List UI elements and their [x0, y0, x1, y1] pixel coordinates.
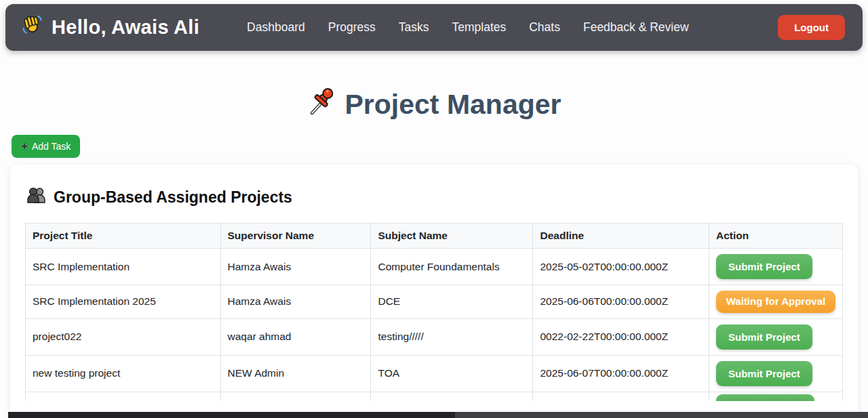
submit-project-button[interactable]: Submit Project [716, 254, 812, 279]
nav-item-templates[interactable]: Templates [452, 20, 506, 35]
cell-project-title: SRC Implementation [26, 249, 221, 285]
table-row-partial [26, 392, 843, 401]
column-header-deadline: Deadline [533, 224, 709, 249]
cell-action: Submit Project [709, 355, 842, 392]
projects-table-partial [26, 392, 843, 401]
horizontal-scrollbar-thumb[interactable] [8, 412, 455, 418]
navbar: Hello, Awais Ali Dashboard Progress Task… [5, 4, 863, 51]
cell-deadline: 2025-05-02T00:00:00.000Z [533, 249, 709, 285]
page-title: Project Manager [0, 86, 868, 123]
horizontal-scrollbar[interactable] [8, 412, 868, 418]
table-row: new testing projectNEW AdminTOA2025-06-0… [26, 355, 843, 392]
cell-supervisor-name: NEW Admin [220, 355, 371, 392]
projects-table: Project Title Supervisor Name Subject Na… [25, 223, 843, 401]
nav-item-tasks[interactable]: Tasks [399, 20, 429, 35]
cell-supervisor-name: Hamza Awais [220, 285, 371, 319]
submit-project-button[interactable]: Submit Project [716, 361, 812, 386]
table-row: project022waqar ahmadtesting/////0022-02… [26, 318, 843, 355]
column-header-action: Action [709, 224, 842, 249]
cell-subject-name: Computer Foundamentals [371, 249, 533, 285]
cell-action: Submit Project [709, 249, 842, 285]
cell-project-title: project022 [26, 318, 221, 355]
cell-supervisor-name: Hamza Awais [220, 249, 371, 285]
column-header-subject-name: Subject Name [371, 224, 533, 249]
cell-subject-name: TOA [371, 355, 533, 392]
cell-deadline: 0022-02-22T00:00:00.000Z [533, 318, 709, 355]
cell-project-title: new testing project [26, 355, 221, 392]
nav-item-feedback-review[interactable]: Feedback & Review [583, 20, 689, 35]
projects-table-body: SRC ImplementationHamza AwaisComputer Fo… [26, 249, 843, 392]
nav-links: Dashboard Progress Tasks Templates Chats… [247, 20, 689, 35]
cell-deadline: 2025-06-07T00:00:00.000Z [533, 355, 709, 392]
column-header-supervisor-name: Supervisor Name [220, 224, 371, 249]
submit-project-button[interactable]: Submit Project [716, 325, 812, 350]
waiting-for-approval-button[interactable]: Waiting for Approval [716, 291, 835, 313]
nav-item-dashboard[interactable]: Dashboard [247, 20, 305, 35]
cell-supervisor-name: waqar ahmad [220, 318, 371, 355]
nav-item-progress[interactable]: Progress [328, 20, 376, 35]
card-heading-text: Group-Based Assigned Projects [54, 188, 292, 207]
card-heading: Group-Based Assigned Projects [26, 186, 843, 208]
cell-action: Waiting for Approval [709, 285, 842, 319]
logout-button[interactable]: Logout [778, 15, 845, 40]
cell-project-title: SRC Implementation 2025 [26, 285, 221, 319]
users-icon [26, 186, 47, 208]
cell-subject-name: testing///// [371, 318, 533, 355]
plus-icon: + [21, 142, 28, 151]
column-header-project-title: Project Title [26, 224, 221, 249]
add-task-label: Add Task [32, 141, 71, 152]
cell-subject-name: DCE [371, 285, 533, 319]
greeting-text: Hello, Awais Ali [52, 16, 199, 39]
group-projects-card: Group-Based Assigned Projects Project Ti… [10, 165, 858, 418]
wave-icon [20, 14, 43, 41]
table-row: SRC ImplementationHamza AwaisComputer Fo… [26, 249, 843, 285]
navbar-greeting: Hello, Awais Ali [20, 14, 199, 41]
table-row: SRC Implementation 2025Hamza AwaisDCE202… [26, 285, 843, 319]
nav-item-chats[interactable]: Chats [529, 20, 560, 35]
page-title-text: Project Manager [345, 89, 561, 121]
pushpin-icon [307, 86, 336, 123]
projects-table-header: Project Title Supervisor Name Subject Na… [26, 224, 843, 249]
add-task-button[interactable]: + Add Task [12, 135, 80, 158]
cell-action: Submit Project [709, 318, 842, 355]
cell-deadline: 2025-06-06T00:00:00.000Z [533, 285, 709, 319]
submit-project-button-clipped[interactable] [716, 394, 814, 401]
